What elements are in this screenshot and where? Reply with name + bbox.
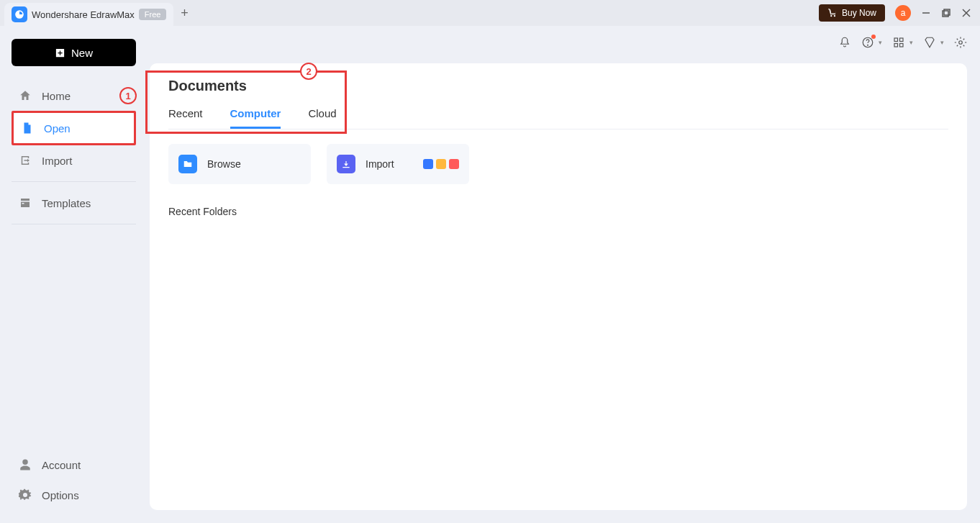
sidebar-item-home[interactable]: Home (12, 81, 136, 111)
settings-icon[interactable] (954, 36, 967, 49)
apps-caret-icon[interactable]: ▾ (909, 39, 913, 46)
account-icon (19, 458, 32, 471)
notification-dot (871, 35, 876, 39)
titlebar-right: Buy Now a (819, 4, 976, 22)
file-icon (21, 122, 34, 135)
import-card[interactable]: Import (327, 144, 469, 184)
folder-icon (178, 155, 197, 173)
gear-icon (19, 488, 32, 501)
apps-icon[interactable] (892, 36, 905, 49)
help-icon[interactable] (861, 36, 874, 49)
help-caret-icon[interactable]: ▾ (879, 39, 882, 46)
sidebar-item-open[interactable]: Open (14, 113, 134, 143)
import-small-icon (19, 154, 32, 167)
annotation-1: 1 (119, 87, 137, 104)
titlebar-left: Wondershare EdrawMax Free + (4, 0, 195, 26)
import-format-badges (423, 159, 459, 169)
annotation-highlight-2: 2 (145, 71, 347, 134)
sidebar-item-label: Open (44, 122, 71, 135)
annotation-highlight-1: Open (12, 111, 136, 145)
user-avatar[interactable]: a (895, 5, 911, 21)
action-cards: Browse Import (168, 144, 948, 184)
browse-card[interactable]: Browse (168, 144, 311, 184)
nav-separator (12, 181, 136, 182)
new-button[interactable]: New (12, 39, 136, 66)
sidebar-bottom: Account Options (12, 450, 136, 510)
annotation-2: 2 (300, 63, 317, 80)
cart-icon (827, 8, 838, 18)
home-icon (19, 89, 32, 102)
svg-rect-9 (894, 43, 898, 47)
sidebar: New Home 1 Open Import (0, 26, 148, 523)
sidebar-item-templates[interactable]: Templates (12, 188, 136, 218)
theme-caret-icon[interactable]: ▾ (940, 39, 944, 46)
documents-panel: 2 Documents Recent Computer Cloud Browse… (150, 63, 967, 510)
buy-now-button[interactable]: Buy Now (819, 4, 885, 22)
window-close-button[interactable] (961, 8, 971, 18)
window-minimize-button[interactable] (921, 8, 931, 18)
new-button-label: New (71, 47, 93, 59)
theme-icon[interactable] (923, 36, 936, 49)
sidebar-item-account[interactable]: Account (12, 450, 136, 480)
plan-badge: Free (139, 9, 167, 20)
format-badge-icon (436, 159, 446, 169)
svg-rect-10 (900, 43, 904, 47)
nav-separator (12, 224, 136, 224)
import-icon (337, 155, 355, 173)
sidebar-item-label: Import (42, 155, 73, 167)
templates-icon (19, 196, 32, 209)
top-toolbar: ▾ ▾ ▾ (838, 26, 967, 58)
recent-folders-heading: Recent Folders (168, 206, 948, 217)
sidebar-item-label: Templates (42, 197, 91, 209)
svg-rect-1 (943, 11, 948, 17)
svg-rect-8 (900, 38, 904, 42)
titlebar: Wondershare EdrawMax Free + Buy Now a (0, 0, 980, 26)
main-area: ▾ ▾ ▾ 2 Documents Recent Computer Cloud … (148, 26, 980, 523)
app-title: Wondershare EdrawMax (32, 9, 135, 20)
svg-point-6 (868, 45, 868, 45)
svg-point-11 (959, 40, 963, 44)
svg-rect-2 (944, 9, 950, 15)
sidebar-item-options[interactable]: Options (12, 480, 136, 510)
window-maximize-button[interactable] (941, 8, 951, 18)
sidebar-item-label: Options (42, 489, 79, 501)
browse-label: Browse (207, 158, 241, 170)
sidebar-item-label: Account (42, 459, 81, 471)
sidebar-item-label: Home (42, 90, 71, 102)
app-tab[interactable]: Wondershare EdrawMax Free (4, 3, 173, 26)
import-label: Import (366, 158, 394, 170)
visio-badge-icon (423, 159, 433, 169)
format-badge-icon (449, 159, 459, 169)
app-logo-icon (12, 6, 27, 22)
sidebar-nav: Home 1 Open Import Templates (12, 81, 136, 230)
bell-icon[interactable] (838, 36, 851, 49)
buy-now-label: Buy Now (842, 8, 876, 18)
new-tab-button[interactable]: + (173, 6, 195, 21)
svg-rect-7 (894, 38, 898, 42)
sidebar-item-import[interactable]: Import (12, 145, 136, 176)
plus-square-icon (55, 47, 65, 58)
